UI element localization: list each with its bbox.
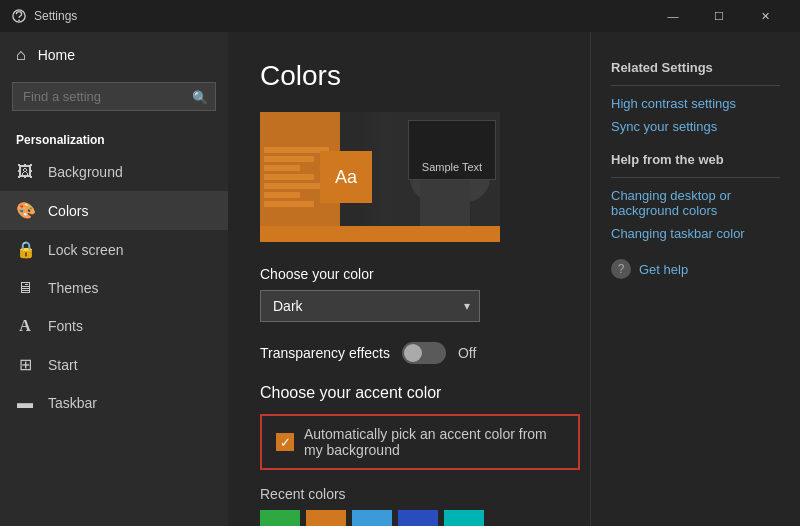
- lock-icon: 🔒: [16, 240, 34, 259]
- toggle-knob: [404, 344, 422, 362]
- accent-color-section: Choose your accent color ✓ Automatically…: [260, 384, 558, 526]
- start-icon: ⊞: [16, 355, 34, 374]
- divider-2: [611, 177, 780, 178]
- accent-section-title: Choose your accent color: [260, 384, 558, 402]
- transparency-label: Transparency effects: [260, 345, 390, 361]
- titlebar-controls: — ☐ ✕: [650, 0, 788, 32]
- sidebar-item-label-colors: Colors: [48, 203, 88, 219]
- sidebar-item-themes[interactable]: 🖥 Themes: [0, 269, 228, 307]
- sync-settings-link[interactable]: Sync your settings: [611, 119, 780, 134]
- sidebar-item-label-lock: Lock screen: [48, 242, 123, 258]
- preview-bar-7: [264, 201, 314, 207]
- recent-colors-swatches: [260, 510, 558, 526]
- sidebar-item-label-fonts: Fonts: [48, 318, 83, 334]
- sidebar-item-home[interactable]: ⌂ Home: [0, 32, 228, 78]
- titlebar-title: Settings: [34, 9, 650, 23]
- swatch-green[interactable]: [260, 510, 300, 526]
- taskbar-icon: ▬: [16, 394, 34, 412]
- sidebar-item-label-themes: Themes: [48, 280, 99, 296]
- sidebar: ⌂ Home 🔍 Personalization 🖼 Background 🎨 …: [0, 32, 228, 526]
- swatch-orange[interactable]: [306, 510, 346, 526]
- svg-point-1: [18, 20, 20, 22]
- preview-aa-box: Aa: [320, 151, 372, 203]
- transparency-state: Off: [458, 345, 476, 361]
- sidebar-item-taskbar[interactable]: ▬ Taskbar: [0, 384, 228, 422]
- titlebar-icon: [12, 9, 26, 23]
- divider-1: [611, 85, 780, 86]
- get-help-icon: ?: [611, 259, 631, 279]
- background-icon: 🖼: [16, 163, 34, 181]
- auto-pick-row[interactable]: ✓ Automatically pick an accent color fro…: [260, 414, 580, 470]
- titlebar: Settings — ☐ ✕: [0, 0, 800, 32]
- sidebar-section-title: Personalization: [0, 123, 228, 153]
- page-title: Colors: [260, 60, 558, 92]
- sidebar-item-label-taskbar: Taskbar: [48, 395, 97, 411]
- choose-color-section: Choose your color Dark Light Custom ▾: [260, 266, 558, 322]
- fonts-icon: A: [16, 317, 34, 335]
- color-dropdown-wrapper: Dark Light Custom ▾: [260, 290, 480, 322]
- help-link-desktop[interactable]: Changing desktop or background colors: [611, 188, 780, 218]
- main-layout: ⌂ Home 🔍 Personalization 🖼 Background 🎨 …: [0, 32, 800, 526]
- search-input[interactable]: [12, 82, 216, 111]
- color-preview: Aa Sample Text: [260, 112, 500, 242]
- transparency-toggle[interactable]: [402, 342, 446, 364]
- sidebar-item-start[interactable]: ⊞ Start: [0, 345, 228, 384]
- maximize-button[interactable]: ☐: [696, 0, 742, 32]
- sidebar-item-lockscreen[interactable]: 🔒 Lock screen: [0, 230, 228, 269]
- sidebar-item-label-background: Background: [48, 164, 123, 180]
- preview-orange-bar: [260, 226, 500, 242]
- choose-color-label: Choose your color: [260, 266, 558, 282]
- auto-pick-checkbox[interactable]: ✓: [276, 433, 294, 451]
- help-link-taskbar[interactable]: Changing taskbar color: [611, 226, 780, 241]
- swatch-teal[interactable]: [444, 510, 484, 526]
- themes-icon: 🖥: [16, 279, 34, 297]
- sidebar-item-label-start: Start: [48, 357, 78, 373]
- help-title: Help from the web: [611, 152, 780, 167]
- get-help-row[interactable]: ? Get help: [611, 259, 780, 279]
- right-panel: Related Settings High contrast settings …: [590, 32, 800, 526]
- preview-bar-3: [264, 165, 300, 171]
- color-dropdown[interactable]: Dark Light Custom: [260, 290, 480, 322]
- content-area: Colors Aa Sample Text: [228, 32, 590, 526]
- preview-text-box: Sample Text: [408, 120, 496, 180]
- colors-icon: 🎨: [16, 201, 34, 220]
- swatch-blue[interactable]: [352, 510, 392, 526]
- recent-colors-label: Recent colors: [260, 486, 558, 502]
- sidebar-item-fonts[interactable]: A Fonts: [0, 307, 228, 345]
- home-label: Home: [38, 47, 75, 63]
- sidebar-item-background[interactable]: 🖼 Background: [0, 153, 228, 191]
- search-icon: 🔍: [192, 89, 208, 104]
- preview-bar-6: [264, 192, 300, 198]
- minimize-button[interactable]: —: [650, 0, 696, 32]
- auto-pick-label: Automatically pick an accent color from …: [304, 426, 564, 458]
- related-settings-title: Related Settings: [611, 60, 780, 75]
- transparency-row: Transparency effects Off: [260, 342, 558, 364]
- home-icon: ⌂: [16, 46, 26, 64]
- swatch-dark-blue[interactable]: [398, 510, 438, 526]
- preview-bar-4: [264, 174, 314, 180]
- get-help-label: Get help: [639, 262, 688, 277]
- high-contrast-link[interactable]: High contrast settings: [611, 96, 780, 111]
- sidebar-item-colors[interactable]: 🎨 Colors: [0, 191, 228, 230]
- preview-bar-2: [264, 156, 314, 162]
- close-button[interactable]: ✕: [742, 0, 788, 32]
- preview-sample-text: Sample Text: [422, 161, 482, 173]
- sidebar-search: 🔍: [12, 82, 216, 111]
